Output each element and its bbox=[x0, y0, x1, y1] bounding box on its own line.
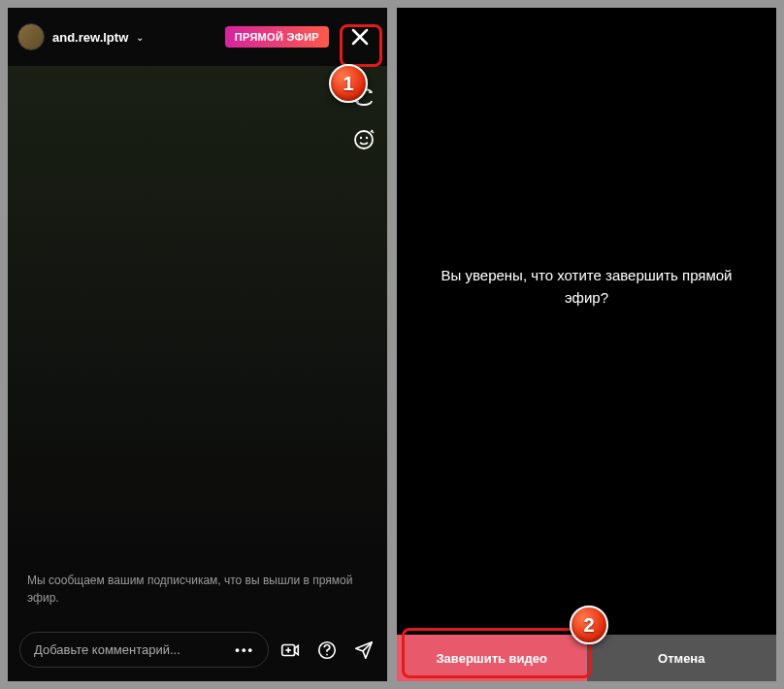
live-broadcast-screen: and.rew.lptw ⌄ ПРЯМОЙ ЭФИР 1 bbox=[8, 8, 387, 681]
status-message: Мы сообщаем вашим подписчикам, что вы вы… bbox=[8, 560, 387, 624]
username-label[interactable]: and.rew.lptw bbox=[52, 30, 128, 45]
bottom-actions bbox=[278, 639, 376, 662]
cancel-button[interactable]: Отмена bbox=[587, 635, 777, 681]
confirm-lower-space bbox=[397, 334, 776, 635]
chevron-down-icon[interactable]: ⌄ bbox=[136, 32, 144, 43]
video-viewport bbox=[8, 66, 387, 560]
svg-point-3 bbox=[360, 137, 362, 139]
svg-point-2 bbox=[355, 131, 373, 148]
face-filter-icon bbox=[352, 128, 376, 151]
close-button[interactable] bbox=[343, 19, 377, 54]
question-icon bbox=[316, 640, 338, 661]
comment-placeholder: Добавьте комментарий... bbox=[34, 642, 180, 657]
confirm-message-area: Вы уверены, что хотите завершить прямой … bbox=[397, 8, 776, 334]
face-filter-button[interactable] bbox=[350, 126, 377, 153]
add-video-button[interactable] bbox=[278, 639, 302, 662]
svg-point-9 bbox=[326, 653, 328, 655]
question-button[interactable] bbox=[315, 639, 339, 662]
avatar[interactable] bbox=[17, 23, 45, 50]
svg-point-4 bbox=[366, 137, 368, 139]
send-icon bbox=[353, 640, 375, 661]
bottom-bar: Добавьте комментарий... ••• bbox=[8, 624, 387, 681]
comment-input[interactable]: Добавьте комментарий... ••• bbox=[19, 632, 269, 668]
end-confirmation-screen: Вы уверены, что хотите завершить прямой … bbox=[397, 8, 776, 681]
add-video-icon bbox=[279, 640, 301, 661]
more-icon[interactable]: ••• bbox=[235, 642, 254, 657]
live-header: and.rew.lptw ⌄ ПРЯМОЙ ЭФИР bbox=[8, 8, 387, 66]
annotation-step-2: 2 bbox=[570, 606, 608, 644]
confirm-text: Вы уверены, что хотите завершить прямой … bbox=[397, 265, 776, 309]
end-video-button[interactable]: Завершить видео bbox=[397, 635, 587, 681]
live-badge: ПРЯМОЙ ЭФИР bbox=[225, 26, 329, 48]
send-button[interactable] bbox=[352, 639, 376, 662]
close-icon bbox=[350, 27, 370, 47]
annotation-step-1: 1 bbox=[329, 64, 368, 103]
